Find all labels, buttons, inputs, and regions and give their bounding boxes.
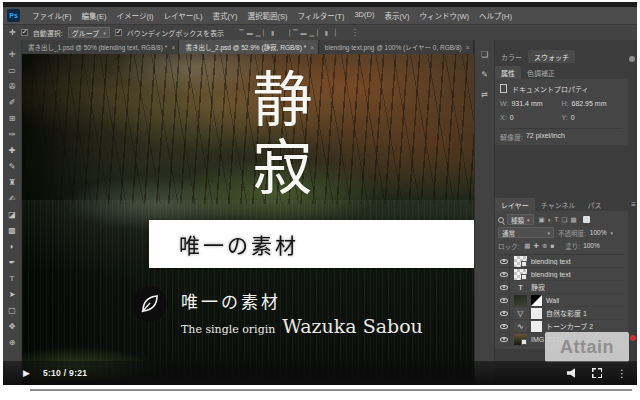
- layer-mask-thumbnail[interactable]: [531, 308, 542, 319]
- lock-icon[interactable]: ⊕: [542, 242, 547, 250]
- tool-button[interactable]: ✍: [5, 190, 20, 206]
- filter-toggle[interactable]: [583, 216, 590, 223]
- close-icon[interactable]: ×: [171, 44, 175, 51]
- menu-item[interactable]: 表示(V): [379, 10, 414, 21]
- visibility-cell[interactable]: [498, 307, 510, 319]
- layer-name[interactable]: 自然な彩度 1: [546, 308, 587, 318]
- align-icon[interactable]: ▏: [317, 28, 322, 38]
- layer-name[interactable]: blending text: [531, 271, 571, 278]
- tool-button[interactable]: ✇: [5, 78, 20, 94]
- menu-item[interactable]: イメージ(I): [112, 10, 159, 21]
- filter-icon[interactable]: ▦: [570, 216, 576, 224]
- x-value[interactable]: 0: [510, 114, 514, 121]
- filter-icon[interactable]: ▣: [539, 216, 545, 224]
- tool-button[interactable]: ✚: [5, 142, 20, 158]
- layer-row[interactable]: blending text: [498, 255, 625, 268]
- align-icon[interactable]: ▕: [331, 28, 336, 38]
- dock-collapse-icon[interactable]: [629, 56, 635, 62]
- layer-name[interactable]: トーンカーブ 2: [546, 321, 593, 331]
- tool-button[interactable]: ▢: [5, 302, 20, 318]
- menu-item[interactable]: ファイル(F): [27, 10, 77, 21]
- panel-dock-icon[interactable]: ⇄: [481, 90, 488, 99]
- filter-icon[interactable]: ❏: [562, 216, 568, 224]
- layer-row[interactable]: ▽ 自然な彩度 1: [498, 307, 625, 320]
- visibility-cell[interactable]: [498, 268, 510, 280]
- align-icon[interactable]: ▕: [285, 28, 290, 38]
- align-icon[interactable]: ▮: [325, 28, 328, 38]
- blend-mode-dropdown[interactable]: 通常 ▾: [498, 227, 554, 238]
- panel-dock-icon[interactable]: ✎: [481, 70, 488, 79]
- layer-row[interactable]: blending text: [498, 268, 625, 281]
- menu-item[interactable]: 3D(D): [349, 10, 379, 21]
- layer-thumbnail[interactable]: [514, 295, 527, 306]
- layer-name[interactable]: Wall: [546, 297, 559, 304]
- layer-mask-thumbnail[interactable]: [531, 321, 542, 332]
- layer-thumbnail[interactable]: ∿: [514, 321, 527, 332]
- tool-button[interactable]: ✒: [5, 254, 20, 270]
- menu-item[interactable]: ウィンドウ(W): [414, 10, 474, 21]
- tool-button[interactable]: ♜: [5, 174, 20, 190]
- close-icon[interactable]: ×: [310, 44, 314, 51]
- layer-name[interactable]: blending text: [531, 258, 571, 265]
- visibility-cell[interactable]: [498, 255, 510, 267]
- auto-select-dropdown[interactable]: グループ ▾: [68, 27, 110, 38]
- tool-button[interactable]: ▭: [5, 62, 20, 78]
- document-tab[interactable]: blending text.png @ 100% (レイヤー 0, RGB/8)…: [319, 40, 474, 54]
- align-icon[interactable]: ▔: [293, 28, 298, 38]
- tool-button[interactable]: ✎: [5, 158, 20, 174]
- more-options-icon[interactable]: ⋮: [617, 368, 627, 379]
- play-icon[interactable]: ▶: [23, 368, 30, 378]
- filter-icon[interactable]: T: [555, 216, 559, 224]
- align-icon[interactable]: ▮: [271, 28, 274, 38]
- y-value[interactable]: 0: [571, 114, 575, 121]
- align-icon[interactable]: ▁: [310, 28, 315, 38]
- menu-item[interactable]: 選択範囲(S): [242, 10, 292, 21]
- layer-thumbnail[interactable]: [514, 334, 527, 345]
- tool-button[interactable]: ✐: [5, 94, 20, 110]
- tool-button[interactable]: ⊕: [5, 334, 20, 350]
- tool-button[interactable]: ⊞: [5, 110, 20, 126]
- height-value[interactable]: 682.95 mm: [572, 100, 607, 107]
- panel-dock-icon[interactable]: ❏: [481, 50, 488, 59]
- tool-button[interactable]: ◪: [5, 206, 20, 222]
- align-icon[interactable]: ▔: [239, 28, 244, 38]
- tab-properties[interactable]: 属性: [495, 66, 521, 79]
- layer-thumbnail[interactable]: T: [514, 282, 527, 293]
- menu-item[interactable]: フィルター(T): [292, 10, 349, 21]
- layer-row[interactable]: Wall: [498, 294, 625, 307]
- tool-button[interactable]: T: [5, 270, 20, 286]
- tab-paths[interactable]: パス: [582, 198, 608, 211]
- opacity-value[interactable]: 100%: [590, 229, 607, 236]
- close-icon[interactable]: ×: [466, 44, 470, 51]
- visibility-cell[interactable]: [498, 320, 510, 332]
- align-icon[interactable]: ▬: [247, 28, 253, 38]
- layer-filter-dropdown[interactable]: 種類 ▾: [507, 214, 534, 225]
- filter-icon[interactable]: ◐: [548, 216, 552, 224]
- fullscreen-icon[interactable]: [592, 368, 602, 378]
- document-canvas[interactable]: 静寂 唯一の素材 唯一の素材 The single origin Wazuka …: [22, 54, 474, 379]
- layer-row[interactable]: T 静寂: [498, 281, 625, 294]
- menu-item[interactable]: レイヤー(L): [159, 10, 208, 21]
- panel-menu-icon[interactable]: ≡: [631, 200, 636, 209]
- visibility-cell[interactable]: [498, 294, 510, 306]
- tab-layers[interactable]: レイヤー: [495, 198, 535, 211]
- align-icon[interactable]: ▁: [256, 28, 261, 38]
- tool-button[interactable]: ▩: [5, 222, 20, 238]
- menu-item[interactable]: ヘルプ(H): [474, 10, 517, 21]
- lock-icon[interactable]: ▦: [524, 242, 530, 250]
- layer-name[interactable]: 静寂: [531, 282, 545, 292]
- lock-icon[interactable]: ■: [550, 242, 554, 250]
- menu-item[interactable]: 編集(E): [77, 10, 112, 21]
- resolution-value[interactable]: 72 pixel/inch: [526, 132, 565, 142]
- auto-select-checkbox[interactable]: [21, 29, 28, 36]
- visibility-cell[interactable]: [498, 281, 510, 293]
- layer-thumbnail[interactable]: [514, 269, 527, 280]
- document-tab-active[interactable]: 書き出し_2.psd @ 52.9% (静寂, RGB/8) * ×: [179, 40, 318, 54]
- tool-button[interactable]: ✛: [5, 46, 20, 62]
- tool-button[interactable]: ✑: [5, 126, 20, 142]
- volume-icon[interactable]: [567, 368, 577, 378]
- layer-mask-thumbnail[interactable]: [531, 295, 542, 306]
- tab-swatches[interactable]: スウォッチ: [528, 50, 575, 63]
- tab-channels[interactable]: チャンネル: [535, 198, 582, 211]
- document-tab[interactable]: 書き出し_1.psd @ 50% (blending text, RGB/8) …: [22, 40, 179, 54]
